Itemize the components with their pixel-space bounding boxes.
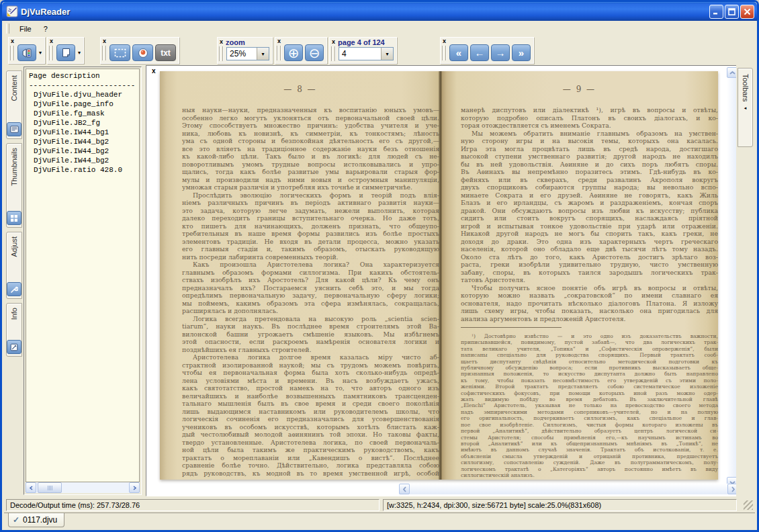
resize-grip[interactable]: [744, 500, 753, 510]
tab-adjust[interactable]: Adjust: [6, 232, 22, 299]
toolbar-grip[interactable]: [49, 46, 53, 60]
page-description-item: DjVuFile.IW44_bg2: [29, 156, 139, 165]
scrollbar-thumb[interactable]: [38, 482, 62, 493]
toolbar-grip[interactable]: [10, 46, 14, 60]
menu-grip[interactable]: [6, 24, 9, 34]
scan-text-line: игрой и испытывая тонкое удовольствіе пр…: [461, 222, 718, 230]
scan-text-line: главнымъ образомъ формами силлогизма. Пр…: [182, 269, 439, 277]
scroll-left-icon[interactable]: [399, 484, 410, 494]
tab-content-label: Content: [10, 75, 18, 101]
document-viewer[interactable]: x — 8 — ныя науки—науки, предназначенныя…: [146, 65, 741, 496]
page-description-item: DjVuFile.IW44_bg2: [29, 146, 139, 156]
scroll-right-icon[interactable]: [129, 482, 140, 493]
close-button[interactable]: [740, 5, 754, 19]
panel-close-icon[interactable]: x: [152, 67, 156, 75]
scan-text-line: Какъ произошла Аристотелева логика? Она …: [182, 261, 439, 269]
image-globe-icon: [138, 48, 148, 58]
tab-thumbnails[interactable]: Thumbnails: [6, 143, 22, 228]
scan-text-line: ніемъ различныхъ причинъ въ періодъ акти…: [182, 199, 439, 207]
minimize-button[interactable]: [709, 5, 723, 19]
page-number-8: — 8 —: [160, 85, 441, 94]
book-spread: — 8 — ныя науки—науки, предназначенныя к…: [160, 71, 718, 480]
tab-toolbars-label: Toolbars: [742, 74, 750, 102]
scan-text-line: приписывавшейся, повидимому, пустой заба…: [461, 339, 718, 345]
djvureader-window: { "window": { "title": "DjVuReader" }, "…: [0, 0, 759, 532]
scan-text-line: имѣютъ въ данномъ случаѣ значенія. Тракт…: [461, 447, 718, 453]
maximize-button[interactable]: [725, 5, 739, 19]
scan-text-line: первой „Аналитикѣ“, дѣйствительно образу…: [461, 428, 718, 434]
previous-page-button[interactable]: ←: [470, 44, 489, 61]
tab-content[interactable]: Content: [6, 71, 22, 139]
page-layout-dropdown-icon[interactable]: ▾: [78, 50, 81, 56]
page-dropdown-icon[interactable]: ▾: [381, 48, 393, 60]
decode-mode-button[interactable]: [17, 44, 36, 61]
text-mode-button[interactable]: txt: [155, 44, 176, 61]
page-layout-button[interactable]: [56, 44, 75, 61]
scan-text-line: нить посреди лабиринта современныхъ теор…: [182, 253, 439, 261]
scan-text-line: лишь выдающимся наставникомъ или руковод…: [182, 408, 439, 416]
toolbar-close-icon[interactable]: x: [103, 38, 106, 44]
next-page-button[interactable]: →: [491, 44, 510, 61]
scroll-left-icon[interactable]: [26, 482, 36, 493]
scan-text-line: торая отождествляется съ именемъ Сократа…: [461, 122, 718, 130]
scan-text-line: сидитъ или стоитъ вокругъ спорящихъ, нас…: [461, 214, 718, 222]
main-content: Content Thumbnails Adjust Info: [4, 65, 755, 498]
toolbar-close-icon[interactable]: x: [50, 38, 53, 44]
toolbar-close-icon[interactable]: x: [11, 38, 14, 44]
zoom-in-icon: ⊕: [288, 46, 300, 60]
toolbar-row: x ▾ x: [4, 36, 755, 65]
viewer-horizontal-scrollbar[interactable]: [399, 484, 738, 494]
file-tab-label: 0117.djvu: [23, 515, 57, 525]
file-tab-0117[interactable]: ✓ 0117.djvu: [8, 513, 64, 527]
zoom-dropdown-icon[interactable]: ▾: [257, 48, 269, 60]
page-toolbar-label: page 4 of 124: [338, 38, 385, 46]
last-page-button[interactable]: »: [512, 44, 531, 61]
title-bar[interactable]: DjVuReader: [2, 2, 757, 21]
scan-text-line: далеко переходитъ границы вступительнаго…: [182, 214, 439, 222]
scan-text-line: логическія сочиненія его предназначались…: [182, 415, 439, 423]
decode-mode-dropdown-icon[interactable]: ▾: [39, 50, 42, 56]
toolbar-close-icon[interactable]: x: [443, 38, 446, 44]
first-page-button[interactable]: «: [449, 44, 468, 61]
zoom-in-button[interactable]: ⊕: [284, 44, 303, 61]
last-page-icon: »: [519, 48, 524, 58]
page-select[interactable]: 4 ▾: [339, 47, 394, 60]
scan-text-line: ствахъ изобрѣлъ ихъ Аростотель? Для како…: [182, 276, 439, 284]
scan-text-line: къ тому, чтобы показать несовмѣстимость …: [461, 378, 718, 384]
toolbar-grip[interactable]: [277, 46, 281, 60]
page-description-text[interactable]: Page description -----------------------…: [26, 69, 140, 482]
scan-text-line: женіями. Второй трактатъ представляетъ с…: [461, 384, 718, 390]
scan-text-line: лена условіями мѣста и времени. Въ насъ …: [182, 377, 439, 385]
scan-text-line: ника, любовь къ новизнѣ, къ симметріи, к…: [182, 130, 439, 138]
scan-text-line: Чтобы получить ясное понятіе объ игрѣ въ…: [461, 284, 718, 292]
toolbar-grip[interactable]: [219, 46, 223, 61]
zoom-out-button[interactable]: ⊖: [305, 44, 324, 61]
scan-text-line: къ какой-либо цѣли. Такъ было и въ логик…: [182, 152, 439, 161]
select-region-button[interactable]: [109, 44, 130, 61]
toolbars-arrow-icon: ◄: [744, 106, 748, 110]
panel-item-list: DjVuFile.djvu_headerDjVuFile.page_infoDj…: [29, 90, 139, 175]
menu-help[interactable]: ?: [38, 23, 54, 35]
toolbar-grip[interactable]: [331, 46, 335, 61]
scan-text-line: Прослѣдить эволюцію логическихъ формъ и …: [182, 191, 439, 200]
toolbar-grip[interactable]: [442, 46, 446, 60]
toolbar-close-icon[interactable]: x: [220, 39, 223, 45]
page-value: 4: [339, 49, 381, 58]
image-mode-button[interactable]: [132, 44, 153, 61]
page-description-item: DjVuFile.IW44_bg1: [29, 128, 139, 137]
scan-text-line: Никакой другой народъ не могъ бы спорить…: [461, 230, 718, 238]
window-title: DjVuReader: [21, 7, 708, 17]
toolbar-group-navigation: x « ← → »: [440, 37, 534, 64]
toolbar-grip[interactable]: [102, 46, 106, 60]
panel-horizontal-scrollbar[interactable]: [26, 482, 140, 493]
tab-info[interactable]: Info: [6, 303, 22, 357]
toolbar-close-icon[interactable]: x: [277, 38, 281, 44]
zoom-select[interactable]: 25% ▾: [226, 47, 269, 60]
toolbar-close-icon[interactable]: x: [332, 39, 335, 45]
menu-file[interactable]: File: [13, 23, 38, 35]
scan-text-line: ное свое изобрѣтеніе. Силлогизмъ, чистыя…: [461, 422, 718, 428]
scan-text-line: основателя, надо прочитать нѣсколько діа…: [461, 300, 718, 308]
scan-text-line: все это вліяетъ на традиціонное содержан…: [182, 145, 439, 153]
page-9-text: манерѣ диспутовъ или діалектикѣ ¹), игрѣ…: [461, 106, 718, 322]
tab-toolbars[interactable]: Toolbars ◄: [738, 68, 753, 147]
